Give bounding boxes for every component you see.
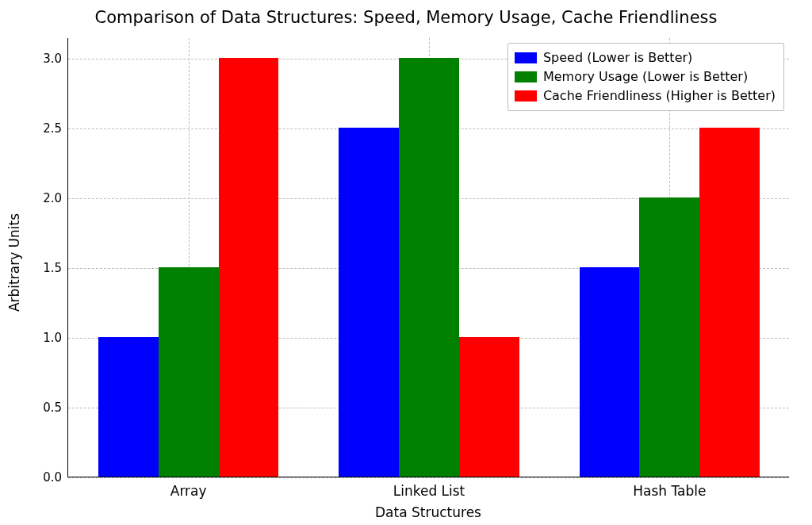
ytick-label: 1.0 [43,331,68,345]
x-axis-label: Data Structures [67,504,789,520]
legend-swatch [515,52,537,63]
legend-item: Speed (Lower is Better) [515,48,776,67]
chart-title: Comparison of Data Structures: Speed, Me… [0,8,812,27]
legend: Speed (Lower is Better)Memory Usage (Low… [508,43,784,111]
bar [459,337,519,477]
ytick-label: 3.0 [43,52,68,66]
ytick-label: 2.0 [43,191,68,205]
bar [639,197,699,477]
bar [339,128,399,477]
legend-swatch [515,90,537,102]
xtick-label: Hash Table [633,477,706,499]
chart-figure: Comparison of Data Structures: Speed, Me… [0,0,812,525]
ytick-label: 0.5 [43,400,68,415]
bar [699,128,760,477]
legend-item: Cache Friendliness (Higher is Better) [515,86,776,105]
legend-label: Cache Friendliness (Higher is Better) [543,86,776,105]
legend-item: Memory Usage (Lower is Better) [515,67,776,86]
legend-swatch [515,71,537,82]
xtick-label: Linked List [393,477,465,499]
xtick-label: Array [170,477,207,499]
bar [580,267,640,477]
bar [219,58,279,477]
ytick-label: 2.5 [43,121,68,136]
bar [399,58,459,477]
legend-label: Speed (Lower is Better) [543,48,692,67]
ytick-label: 0.0 [43,470,68,485]
ytick-label: 1.5 [43,261,68,275]
y-axis-label: Arbitrary Units [6,213,22,312]
legend-label: Memory Usage (Lower is Better) [543,67,748,86]
bar [98,337,159,477]
bar [159,267,219,477]
plot-area: 0.00.51.01.52.02.53.0ArrayLinked ListHas… [67,38,789,477]
